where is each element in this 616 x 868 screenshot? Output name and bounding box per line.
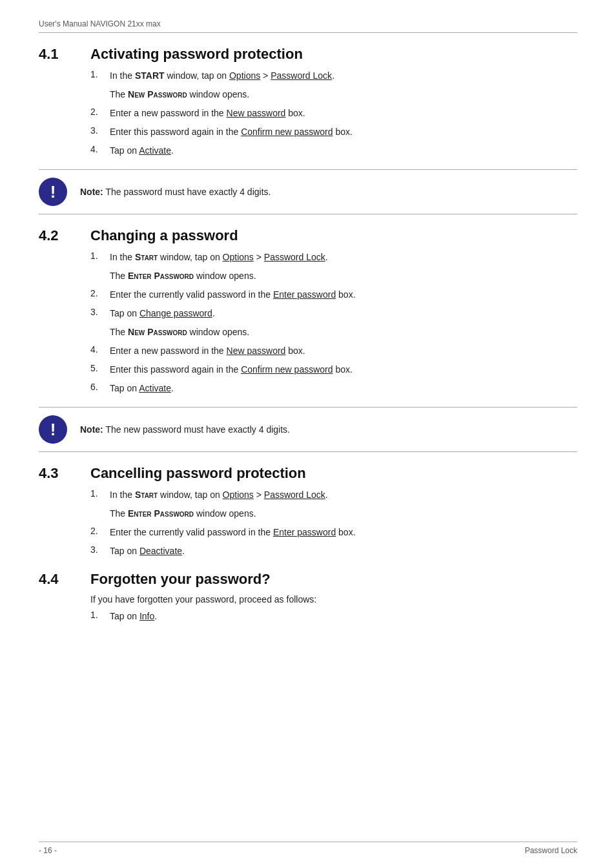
note-label: Note: — [80, 424, 103, 435]
section-intro-4-4: If you have forgotten your password, pro… — [39, 594, 577, 604]
step-num: 2. — [90, 107, 110, 117]
exclamation-icon: ! — [50, 183, 56, 200]
step-text: Enter this password again in the Confirm… — [110, 125, 353, 139]
options-link: Options — [223, 252, 254, 262]
step-item: 5. Enter this password again in the Conf… — [90, 363, 577, 377]
section-content-4-3: 1. In the Start window, tap on Options >… — [39, 488, 577, 558]
change-password-link: Change password — [139, 308, 212, 318]
enter-password-box-link: Enter password — [273, 289, 336, 300]
step-item: 4. Tap on Activate. — [90, 144, 577, 158]
step-num: 1. — [90, 610, 110, 620]
step-num: 4. — [90, 344, 110, 355]
enter-password-label2: Enter Password — [128, 508, 194, 519]
note-text-4-2: Note: The new password must have exactly… — [80, 424, 290, 435]
step-text: In the Start window, tap on Options > Pa… — [110, 69, 334, 83]
step-item: 3. Enter this password again in the Conf… — [90, 125, 577, 139]
password-lock-link-3: Password Lock — [264, 490, 325, 500]
password-lock-link-2: Password Lock — [264, 252, 325, 262]
section-title-4-4: Forgotten your password? — [90, 571, 271, 588]
section-header-4-1: 4.1 Activating password protection — [39, 46, 577, 63]
note-box-4-2: ! Note: The new password must have exact… — [39, 407, 577, 452]
step-text: Enter this password again in the Confirm… — [110, 363, 353, 377]
footer-page-number: - 16 - — [39, 846, 57, 855]
step-sub: The New Password window opens. — [110, 326, 577, 339]
step-num: 2. — [90, 526, 110, 536]
step-sub: The New Password window opens. — [110, 88, 577, 101]
section-4-3: 4.3 Cancelling password protection 1. In… — [39, 465, 577, 558]
step-text: In the Start window, tap on Options > Pa… — [110, 488, 328, 502]
section-number-4-3: 4.3 — [39, 465, 90, 482]
step-item: 2. Enter a new password in the New passw… — [90, 107, 577, 120]
section-title-4-1: Activating password protection — [90, 46, 303, 63]
section-number-4-1: 4.1 — [39, 46, 90, 63]
enter-password-label: Enter Password — [128, 271, 194, 281]
start-label: Start — [135, 252, 158, 262]
step-item: 6. Tap on Activate. — [90, 382, 577, 395]
step-item: 1. In the Start window, tap on Options >… — [90, 251, 577, 264]
step-text: In the Start window, tap on Options > Pa… — [110, 251, 328, 264]
section-title-4-2: Changing a password — [90, 227, 238, 244]
step-sub: The Enter Password window opens. — [110, 507, 577, 521]
note-content-4-2: The new password must have exactly 4 dig… — [105, 424, 290, 435]
section-header-4-3: 4.3 Cancelling password protection — [39, 465, 577, 482]
step-item: 1. Tap on Info. — [90, 610, 577, 623]
step-num: 6. — [90, 382, 110, 392]
page: User's Manual NAVIGON 21xx max 4.1 Activ… — [0, 0, 616, 868]
step-num: 3. — [90, 125, 110, 136]
step-num: 5. — [90, 363, 110, 373]
step-num: 4. — [90, 144, 110, 154]
deactivate-link: Deactivate — [139, 546, 182, 556]
step-text: Tap on Change password. — [110, 307, 215, 320]
activate-link2: Activate — [139, 383, 171, 393]
section-number-4-2: 4.2 — [39, 227, 90, 244]
confirm-new-password-link2: Confirm new password — [241, 364, 333, 375]
step-num: 2. — [90, 288, 110, 298]
exclamation-icon: ! — [50, 421, 56, 438]
step-item: 3. Tap on Change password. — [90, 307, 577, 320]
step-text: Tap on Deactivate. — [110, 544, 185, 558]
section-4-1: 4.1 Activating password protection 1. In… — [39, 46, 577, 158]
options-link: Options — [229, 70, 260, 81]
step-text: Enter the currently valid password in th… — [110, 288, 356, 302]
footer-section-title: Password Lock — [525, 846, 577, 855]
start-label: Start — [135, 490, 158, 500]
section-title-4-3: Cancelling password protection — [90, 465, 306, 482]
section-content-4-1: 1. In the Start window, tap on Options >… — [39, 69, 577, 158]
step-text: Enter a new password in the New password… — [110, 107, 305, 120]
note-label: Note: — [80, 187, 103, 197]
step-item: 1. In the Start window, tap on Options >… — [90, 69, 577, 83]
step-list-4-2: 1. In the Start window, tap on Options >… — [90, 251, 577, 395]
step-sub: The Enter Password window opens. — [110, 269, 577, 283]
step-list-4-3: 1. In the Start window, tap on Options >… — [90, 488, 577, 558]
step-text: Tap on Activate. — [110, 144, 174, 158]
note-box-4-1: ! Note: The password must have exactly 4… — [39, 169, 577, 214]
step-num: 1. — [90, 251, 110, 261]
section-header-4-4: 4.4 Forgotten your password? — [39, 571, 577, 588]
new-password-box-link: New password — [227, 108, 286, 118]
note-icon-4-2: ! — [39, 415, 67, 444]
new-password-box-link2: New password — [227, 346, 286, 356]
note-text-4-1: Note: The password must have exactly 4 d… — [80, 187, 271, 197]
section-header-4-2: 4.2 Changing a password — [39, 227, 577, 244]
step-item: 4. Enter a new password in the New passw… — [90, 344, 577, 358]
password-lock-link-1: Password Lock — [271, 70, 332, 81]
page-footer: - 16 - Password Lock — [39, 842, 577, 855]
header-text: User's Manual NAVIGON 21xx max — [39, 19, 161, 28]
enter-password-box-link2: Enter password — [273, 527, 336, 537]
section-content-4-2: 1. In the Start window, tap on Options >… — [39, 251, 577, 395]
section-number-4-4: 4.4 — [39, 571, 90, 588]
section-content-4-4: 1. Tap on Info. — [39, 610, 577, 623]
page-header: User's Manual NAVIGON 21xx max — [39, 19, 577, 33]
step-item: 1. In the Start window, tap on Options >… — [90, 488, 577, 502]
step-item: 2. Enter the currently valid password in… — [90, 288, 577, 302]
step-num: 1. — [90, 69, 110, 79]
info-link: Info — [139, 611, 154, 621]
step-text: Tap on Info. — [110, 610, 157, 623]
options-link: Options — [223, 490, 254, 500]
new-password-label2: New Password — [128, 327, 187, 337]
step-text: Tap on Activate. — [110, 382, 174, 395]
step-text: Enter a new password in the New password… — [110, 344, 305, 358]
note-content-4-1: The password must have exactly 4 digits. — [105, 187, 271, 197]
confirm-new-password-link: Confirm new password — [241, 127, 333, 137]
step-num: 3. — [90, 307, 110, 317]
